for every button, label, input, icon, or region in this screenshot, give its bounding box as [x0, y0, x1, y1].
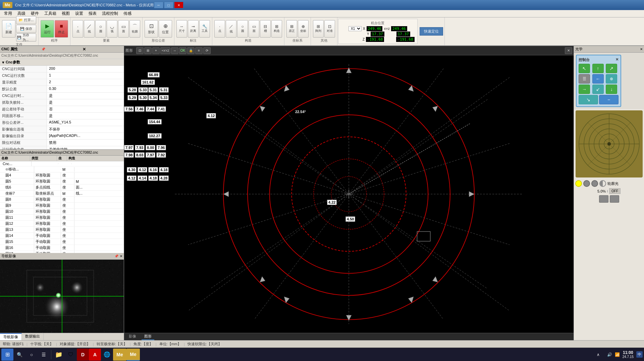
cnc-params-toggle[interactable]: ▼ Cnc参数: [0, 59, 124, 66]
list-item[interactable]: 圆16手动取圆坐: [0, 245, 124, 251]
ctrl-right[interactable]: →: [579, 85, 590, 94]
list-item[interactable]: 圆12环形取圆坐: [0, 221, 124, 227]
shape-button[interactable]: ⊡ 形状: [145, 20, 158, 38]
light-yellow[interactable]: [575, 180, 582, 187]
viewport-content[interactable]: 66.89 161.62 5.28 5.33 5.31 5.31 5.29 5.…: [124, 55, 574, 333]
browser-button[interactable]: 🌐: [101, 349, 113, 361]
light-extra-1[interactable]: [599, 195, 608, 203]
metus-button2[interactable]: Me: [126, 349, 140, 361]
tool-button[interactable]: 🔧 工具: [199, 20, 210, 38]
menu-report[interactable]: 报表: [86, 10, 99, 17]
vp-btn-ok[interactable]: OK: [179, 47, 186, 54]
vp-close-btn[interactable]: ✕: [565, 47, 572, 54]
cnc-props-close[interactable]: ✕: [83, 47, 122, 52]
ctrl-down[interactable]: ↓: [606, 85, 617, 94]
list-item[interactable]: Cnc...: [0, 161, 124, 166]
menu-toolbox[interactable]: 工具箱: [42, 10, 59, 17]
vp-btn-6[interactable]: ⟳: [203, 47, 211, 54]
nav-tab-output[interactable]: 数据输出: [22, 333, 44, 340]
saveas-button[interactable]: 💾 另存为...: [16, 34, 36, 42]
vp-btn-xyz[interactable]: +XYZ: [160, 47, 170, 54]
vp-btn-3[interactable]: +: [152, 47, 160, 54]
close-button[interactable]: ✕: [174, 2, 183, 8]
position-button[interactable]: ⊕ 位置: [159, 20, 172, 38]
metus-button1[interactable]: Me: [113, 349, 126, 361]
list-item[interactable]: 圆4环形取圆坐: [0, 172, 124, 178]
coord-selector-machine[interactable]: X1Y1Z1: [348, 26, 362, 31]
con-construct-button[interactable]: ⊞ 构造: [271, 20, 282, 38]
ctrl-upright[interactable]: ↗: [606, 64, 617, 73]
ctrl-minus[interactable]: −: [599, 95, 619, 104]
new-button[interactable]: 📄 新建: [2, 20, 15, 38]
menu-flow[interactable]: 流程控制: [99, 10, 121, 17]
security-button[interactable]: 🛡: [65, 349, 77, 361]
ctrl-left[interactable]: ←: [592, 74, 604, 84]
lang-indicator[interactable]: 中: [636, 351, 643, 358]
ctrl-center[interactable]: ⊕: [606, 74, 617, 84]
control-close[interactable]: ✕: [615, 57, 619, 62]
list-item[interactable]: ⊙移动...M: [0, 166, 124, 172]
con-surface-button[interactable]: ▭ 面: [249, 20, 259, 38]
stop-button[interactable]: ■ 停止: [55, 20, 68, 38]
light-ring[interactable]: [591, 180, 598, 187]
open-button[interactable]: 📂 打开...: [16, 16, 36, 24]
con-line-button[interactable]: ／ 线: [226, 20, 236, 38]
nav-tab-image[interactable]: 导航影像: [0, 333, 22, 340]
list-item[interactable]: 圆15手动取圆坐: [0, 239, 124, 245]
list-item[interactable]: 坐标7取坐标原点M线...: [0, 191, 124, 197]
search-button[interactable]: 🔍: [13, 349, 25, 361]
point-button[interactable]: · 点: [72, 20, 83, 38]
coords-button[interactable]: ⊕ 坐标: [298, 20, 309, 38]
circle-button[interactable]: ○ 圆: [95, 20, 106, 38]
panel-pin-icon[interactable]: 📌: [41, 47, 81, 51]
tab-image[interactable]: 影像: [126, 333, 139, 340]
light-extra-2[interactable]: [610, 195, 619, 203]
nav-close-icon[interactable]: ✕: [120, 254, 122, 258]
list-item[interactable]: 圆9环形取圆坐: [0, 203, 124, 209]
tray-up[interactable]: ∧: [592, 349, 604, 361]
run-button[interactable]: ▶ 运行: [41, 20, 54, 38]
vp-btn-lock[interactable]: 🔒: [187, 47, 195, 54]
arc-button[interactable]: ◡ 弧: [107, 20, 117, 38]
list-item[interactable]: 圆11环形取圆坐: [0, 215, 124, 221]
list-item[interactable]: 圆14手动取圆坐: [0, 233, 124, 239]
list-item[interactable]: 圆10环形取圆坐: [0, 209, 124, 215]
contour-button[interactable]: ⌒ 轮廓: [129, 20, 140, 38]
widgets-button[interactable]: ☰: [38, 349, 50, 361]
dreamweaver-button[interactable]: D: [77, 349, 89, 361]
explorer-button[interactable]: 📁: [53, 349, 65, 361]
off-button[interactable]: OFF: [609, 188, 621, 194]
menu-sensor[interactable]: 传感: [121, 10, 134, 17]
surface-button[interactable]: ▭ 面: [118, 20, 129, 38]
brightness-bar[interactable]: [607, 190, 608, 193]
task-view-button[interactable]: ○: [25, 349, 38, 361]
menu-settings[interactable]: 设置: [72, 10, 86, 17]
array-button[interactable]: ⊞ 阵列: [313, 20, 324, 38]
con-circle-button[interactable]: ○ 圆: [237, 20, 248, 38]
vp-btn-2[interactable]: ⊞: [144, 47, 152, 54]
con-slot-button[interactable]: ⊟ 槽: [260, 20, 271, 38]
fast-position-button[interactable]: 快速定位: [420, 27, 443, 36]
vp-btn-5[interactable]: ≡: [195, 47, 203, 54]
distance-button[interactable]: ⊸ 距离: [188, 20, 199, 38]
align-button[interactable]: ⊡ 对准: [324, 20, 335, 38]
maximize-button[interactable]: □: [164, 2, 173, 8]
menu-view[interactable]: 视图: [59, 10, 72, 17]
start-button[interactable]: ⊞: [1, 349, 13, 361]
nav-pin-icon[interactable]: 📌: [114, 254, 118, 258]
tab-shape[interactable]: 图形: [142, 333, 154, 340]
clock-display[interactable]: 11:00 24.7.15: [623, 350, 634, 359]
save-button[interactable]: 💾 保存: [16, 25, 36, 33]
list-item[interactable]: 圆13环形取圆坐: [0, 227, 124, 233]
list-item[interactable]: 圆8环形取圆坐: [0, 197, 124, 203]
list-item[interactable]: 线6多点拟线坐面...: [0, 185, 124, 191]
ctrl-downleft[interactable]: ↙: [592, 85, 604, 94]
list-item[interactable]: 圆5环形取圆坐M: [0, 178, 124, 185]
vp-btn-1[interactable]: ⊡: [136, 47, 144, 54]
ctrl-downright[interactable]: ↘: [579, 95, 598, 104]
line-button[interactable]: ／ 线: [84, 20, 95, 38]
origin-button[interactable]: ⊞ 原正: [286, 20, 297, 38]
acad-button[interactable]: A: [89, 349, 101, 361]
light-circle[interactable]: [583, 180, 590, 187]
con-point-button[interactable]: · 点: [214, 20, 225, 38]
